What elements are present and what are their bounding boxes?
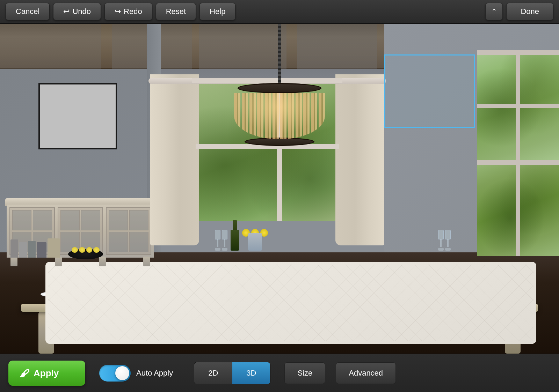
glass-base (222, 248, 227, 251)
book-4 (37, 242, 46, 258)
apply-button[interactable]: 🖌 Apply (8, 361, 85, 386)
glass-bowl (445, 230, 451, 239)
book-5 (48, 238, 60, 258)
glass-base (215, 248, 220, 251)
glass-stem (440, 239, 442, 247)
glass-pane-6 (81, 210, 100, 230)
room-scene (0, 24, 559, 354)
glass-stem (447, 239, 449, 247)
fruit-1 (72, 247, 78, 253)
undo-label: Undo (72, 7, 91, 16)
fruit-3 (86, 247, 93, 253)
sideboard-leg-2 (55, 257, 62, 266)
sideboard-leg-4 (143, 257, 150, 266)
fruits-display (72, 245, 100, 254)
fruit-4 (93, 247, 100, 253)
view-3d-button[interactable]: 3D (232, 362, 270, 384)
glass-bowl (222, 230, 227, 239)
paint-brush-icon: 🖌 (20, 368, 29, 379)
wine-glass-1 (215, 230, 220, 251)
glass-base (445, 248, 451, 251)
scene-viewport[interactable] (0, 24, 559, 354)
bottom-toolbar: 🖌 Apply Auto Apply 2D 3D Size Advanced (0, 354, 559, 392)
fruit-2 (79, 247, 85, 253)
sideboard-leg-3 (99, 257, 106, 266)
collapse-button[interactable]: ⌃ (485, 3, 503, 20)
glass-stem (224, 239, 225, 247)
sideboard-leg-1 (10, 257, 17, 266)
rug (45, 262, 536, 344)
flower-vase (248, 233, 262, 251)
picture-frame (38, 83, 117, 149)
auto-apply-group: Auto Apply (99, 365, 173, 382)
left-curtain (150, 74, 199, 245)
size-button[interactable]: Size (284, 362, 325, 384)
glass-bowl (215, 230, 220, 239)
glass-pane-2 (33, 210, 52, 230)
chandelier-body (231, 83, 328, 146)
glass-stem (217, 239, 218, 247)
book-1 (10, 239, 18, 258)
right-window-top-divider-v (516, 52, 520, 163)
ceiling-beam-1 (0, 24, 112, 69)
chandelier (227, 24, 332, 146)
glass-bowl (438, 230, 444, 239)
advanced-button[interactable]: Advanced (336, 362, 396, 384)
wine-bottle-neck (233, 220, 237, 230)
redo-icon: ↪ (115, 7, 121, 16)
auto-apply-toggle[interactable] (99, 365, 131, 382)
chandelier-top-ring (238, 83, 321, 93)
reset-button[interactable]: Reset (156, 3, 196, 20)
glass-pane-1 (12, 210, 31, 230)
auto-apply-label: Auto Apply (136, 369, 173, 378)
view-2d-button[interactable]: 2D (194, 362, 232, 384)
wine-glass-2 (222, 230, 227, 251)
wine-glass-4 (438, 230, 444, 251)
undo-button[interactable]: ↩ Undo (53, 3, 101, 20)
redo-label: Redo (124, 7, 142, 16)
flower-vase-group (241, 223, 269, 251)
selection-rectangle (384, 54, 475, 128)
toggle-thumb (115, 366, 129, 380)
chandelier-chain (278, 24, 281, 83)
book-3 (28, 241, 36, 258)
glass-base (438, 248, 444, 251)
right-window-bottom-divider-v (516, 162, 520, 256)
redo-button[interactable]: ↪ Redo (104, 3, 152, 20)
done-button[interactable]: Done (506, 3, 553, 20)
view-mode-group: 2D 3D (194, 362, 270, 384)
chevron-up-icon: ⌃ (491, 7, 497, 16)
top-toolbar: Cancel ↩ Undo ↪ Redo Reset Help ⌃ Done (0, 0, 559, 24)
cancel-button[interactable]: Cancel (6, 3, 50, 20)
wine-bottle-body (231, 230, 239, 251)
right-curtain (335, 74, 384, 245)
glass-pane-10 (129, 210, 148, 230)
undo-icon: ↩ (63, 7, 70, 16)
book-2 (19, 242, 27, 258)
help-button[interactable]: Help (199, 3, 235, 20)
apply-label: Apply (34, 368, 59, 379)
wine-bottle (231, 220, 239, 251)
glass-pane-5 (60, 210, 80, 230)
wine-glass-3 (445, 230, 451, 251)
chandelier-crystals (234, 93, 325, 139)
glass-pane-9 (109, 210, 128, 230)
